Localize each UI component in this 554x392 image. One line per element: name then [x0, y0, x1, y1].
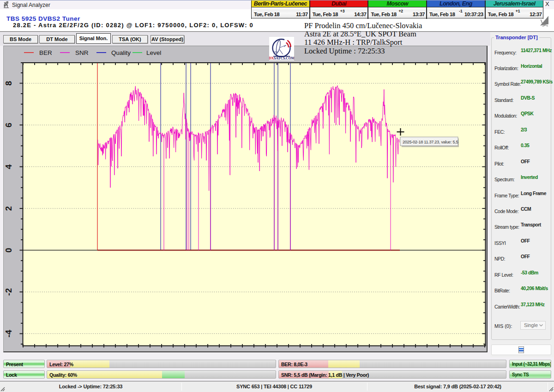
svg-text:6: 6: [4, 123, 13, 127]
svg-text:Quality: Quality: [111, 49, 131, 56]
svg-text:Level: Level: [146, 49, 161, 56]
svg-text:DXSATCS.COM: DXSATCS.COM: [269, 56, 294, 60]
svg-text:2025-02-18 11.37.23, value: 5,: 2025-02-18 11.37.23, value: 5,5: [403, 140, 458, 144]
svg-text:-4: -4: [4, 330, 13, 338]
svg-text:4: 4: [4, 164, 13, 169]
svg-text:SNR: SNR: [75, 49, 89, 56]
svg-text:-2: -2: [4, 288, 13, 296]
svg-text:2: 2: [4, 206, 13, 211]
svg-text:0: 0: [4, 248, 13, 252]
svg-text:BER: BER: [39, 49, 52, 56]
svg-text:8: 8: [4, 81, 13, 85]
